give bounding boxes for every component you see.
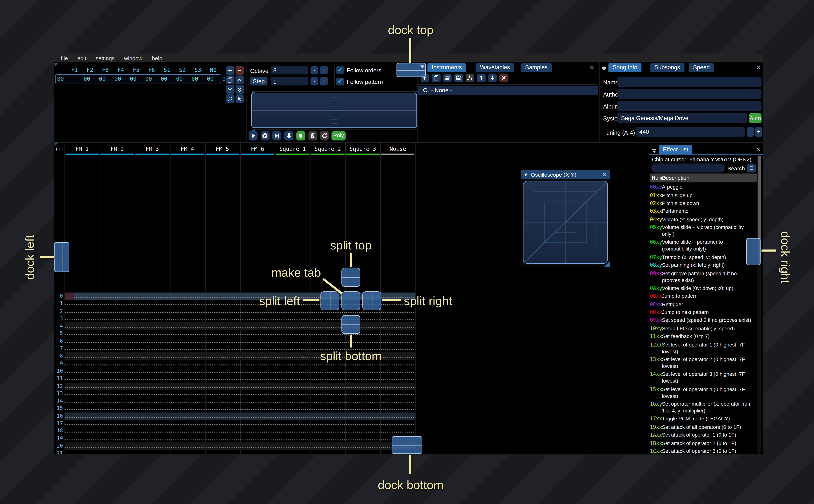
tab-speed[interactable]: Speed [689, 63, 714, 72]
effect-row-0Axy[interactable]: 0AxyVolume slide (0y: down; x0: up) [650, 284, 758, 292]
row-cells[interactable] [64, 330, 416, 337]
window-collapse-icon[interactable] [524, 172, 528, 177]
instrument-list-item[interactable]: - None - [418, 86, 598, 95]
split-bottom-target[interactable] [341, 315, 360, 334]
dock-right-target[interactable] [746, 238, 761, 265]
oscilloscope-xy-window[interactable]: Oscilloscope (X-Y) ✕ [521, 170, 610, 267]
pattern-row-1[interactable]: 1 [54, 300, 415, 307]
minus-button[interactable] [235, 66, 244, 75]
row-cells[interactable] [64, 367, 416, 375]
pattern-row-18[interactable]: 18 [54, 427, 415, 435]
chevron-up-button[interactable] [235, 76, 244, 84]
effect-row-0Cxx[interactable]: 0CxxRetrigger [650, 300, 758, 308]
pattern-row-14[interactable]: 14 [54, 397, 415, 405]
polyphony-toggle-button[interactable]: Poly [331, 131, 345, 140]
order-cell[interactable]: 00 [156, 76, 172, 82]
effect-row-17xx[interactable]: 17xxToggle PCM mode (LEGACY) [650, 415, 758, 423]
pattern-row-11[interactable]: 11 [54, 375, 415, 382]
effect-row-1Cxx[interactable]: 1CxxSet attack of operator 3 (0 to 1F) [650, 447, 758, 454]
channel-header-square-3[interactable]: Square 3 [345, 146, 380, 152]
row-cells[interactable] [64, 450, 416, 454]
tuning-input[interactable]: 440 [636, 127, 745, 137]
effect-row-1Bxx[interactable]: 1BxxSet attack of operator 2 (0 to 1F) [650, 439, 758, 447]
step-input[interactable]: 1 [270, 77, 308, 85]
tab-samples[interactable]: Samples [521, 63, 552, 72]
split-top-target[interactable] [341, 268, 360, 287]
channel-header-fm-2[interactable]: FM 2 [99, 146, 135, 152]
pattern-row-17[interactable]: 17 [54, 420, 415, 427]
effect-row-1Axx[interactable]: 1AxxSet attack of operator 1 (0 to 1F) [650, 431, 758, 439]
effect-row-15xx[interactable]: 15xxSet level of operator 4 (0 highest, … [650, 385, 758, 400]
pattern-row-21[interactable]: 21 [54, 450, 415, 454]
effect-row-16xy[interactable]: 16xySet operator multiplier (x: operator… [650, 400, 758, 415]
pattern-row-19[interactable]: 19 [54, 435, 415, 442]
pattern-row-2[interactable]: 2 [54, 307, 415, 315]
step-increase-button[interactable]: + [320, 77, 328, 85]
order-cell[interactable]: 00 [202, 76, 218, 82]
order-row[interactable]: 00 00000000000000000000 [55, 74, 221, 83]
tab-wavetables[interactable]: Wavetables [476, 63, 514, 72]
duplicate-button[interactable] [226, 76, 234, 84]
system-auto-button[interactable]: Auto [749, 113, 761, 123]
chevron-down-button[interactable] [226, 85, 234, 94]
chevron-double-down-button[interactable] [235, 85, 244, 94]
order-cell[interactable]: 00 [94, 76, 110, 82]
effect-row-06xy[interactable]: 06xyVolume slide + portamento (compatibi… [650, 238, 758, 253]
effect-table[interactable]: 00xyArpeggio01xxPitch slide up02xxPitch … [650, 183, 758, 454]
row-cells[interactable] [64, 435, 416, 442]
step-button[interactable]: Step [250, 77, 267, 85]
system-input[interactable]: Sega Genesis/Mega Drive [617, 113, 747, 123]
effect-row-12xx[interactable]: 12xxSet level of operator 1 (0 highest, … [650, 340, 758, 355]
effect-row-13xx[interactable]: 13xxSet level of operator 2 (0 highest, … [650, 355, 758, 370]
author-input[interactable] [617, 89, 761, 99]
cursor-button[interactable] [235, 94, 244, 103]
panel-separator[interactable] [246, 62, 247, 142]
follow-pattern-checkbox[interactable]: ✓ [336, 77, 344, 85]
arrow-up-button[interactable] [477, 74, 485, 82]
row-cells[interactable] [64, 375, 416, 382]
row-cells[interactable] [64, 390, 416, 398]
pattern-row-13[interactable]: 13 [54, 390, 415, 398]
effect-row-14xx[interactable]: 14xxSet level of operator 3 (0 highest, … [650, 370, 758, 385]
octave-input[interactable]: 3 [270, 66, 308, 74]
channel-header-square-2[interactable]: Square 2 [310, 146, 345, 152]
pattern-row-6[interactable]: 6 [54, 337, 415, 345]
panel-separator[interactable] [649, 142, 649, 454]
effect-row-09xx[interactable]: 09xxSet groove pattern (speed 1 if no gr… [650, 269, 758, 284]
follow-orders-checkbox[interactable]: ✓ [336, 66, 344, 74]
pattern-rows[interactable]: 0123456789101112131415161718192021 [54, 293, 415, 454]
order-cell[interactable]: 00 [110, 76, 125, 82]
row-cells[interactable] [64, 322, 416, 330]
channel-header-square-1[interactable]: Square 1 [275, 146, 310, 152]
order-cell[interactable]: 00 [141, 76, 156, 82]
pattern-row-0[interactable]: 0 [54, 293, 415, 300]
menu-item-edit[interactable]: edit [75, 55, 88, 61]
row-cells[interactable] [64, 412, 416, 420]
row-cells[interactable] [64, 382, 416, 390]
effect-row-04xy[interactable]: 04xyVibrato (x: speed; y: depth) [650, 215, 758, 223]
duplicate-button[interactable] [432, 74, 441, 82]
order-cell[interactable]: 00 [172, 76, 187, 82]
song-info-collapse-icon[interactable] [601, 64, 607, 70]
instruments-close-icon[interactable]: ✕ [590, 64, 594, 71]
channel-header-fm-4[interactable]: FM 4 [170, 146, 205, 152]
channel-header-fm-3[interactable]: FM 3 [135, 146, 170, 152]
row-cells[interactable] [64, 420, 416, 427]
delete-button[interactable] [499, 74, 508, 82]
order-cell[interactable]: 00 [79, 76, 95, 82]
effect-row-0Dxx[interactable]: 0DxxJump to next pattern [650, 308, 758, 316]
menu-item-file[interactable]: file [59, 55, 70, 61]
effect-list-menu-button[interactable] [747, 164, 756, 172]
dock-left-target[interactable] [54, 242, 69, 272]
row-cells[interactable] [64, 405, 416, 412]
tab-effect-list[interactable]: Effect List [659, 145, 692, 154]
play-button[interactable] [249, 131, 257, 140]
record-button[interactable] [296, 131, 305, 140]
pattern-row-10[interactable]: 10 [54, 367, 415, 375]
tuning-increase-button[interactable]: + [755, 127, 762, 137]
tuning-decrease-button[interactable]: - [747, 127, 754, 137]
metronome-button[interactable] [308, 131, 317, 140]
arrow-down-button[interactable] [488, 74, 497, 82]
make-tab-target[interactable] [341, 291, 360, 310]
effect-row-05xy[interactable]: 05xyVolume slide + vibrato (compatibilit… [650, 223, 758, 238]
